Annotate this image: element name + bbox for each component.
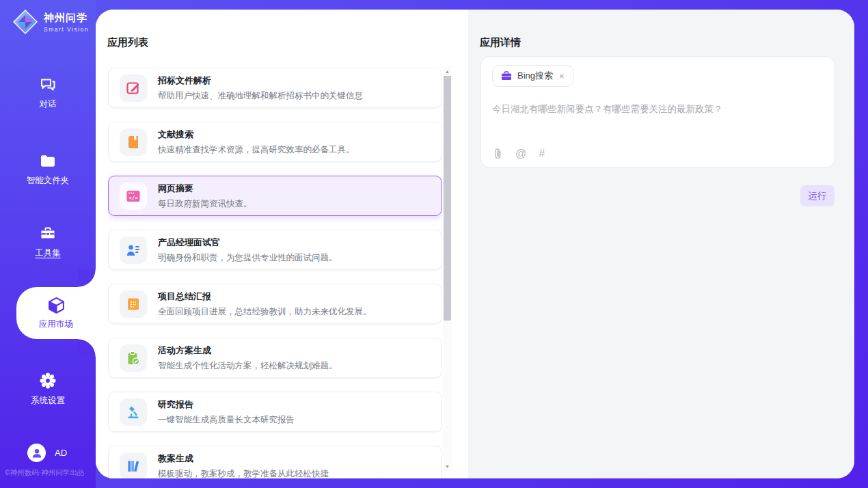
avatar [27, 444, 46, 462]
brand-subtitle: Smart Vision [44, 26, 89, 33]
hash-icon[interactable]: # [539, 148, 545, 159]
app-card-text: 文献搜索 快速精准查找学术资源，提高研究效率的必备工具。 [158, 128, 355, 156]
app-card-desc: 每日政府新闻资讯快查。 [158, 198, 252, 210]
sidebar-item-label: 智能文件夹 [27, 175, 70, 187]
app-list-panel: 应用列表 招标文件解析 帮助用户快速、准确地理解和解析招标书中的关键信息 文献搜… [96, 10, 468, 478]
app-card-6[interactable]: 研究报告 一键智能生成高质量长文本研究报告 [108, 392, 442, 432]
sidebar-item-label: 应用市场 [39, 318, 73, 330]
ic-books-icon [120, 452, 147, 479]
ic-book-icon [120, 128, 147, 156]
sidebar-item-settings[interactable]: 系统设置 [0, 372, 96, 407]
chat-icon [39, 75, 57, 93]
app-card-4[interactable]: 项目总结汇报 全面回顾项目进展，总结经验教训，助力未来优化发展。 [108, 284, 442, 324]
folder-icon [39, 152, 57, 170]
close-icon[interactable]: × [559, 71, 565, 81]
app-card-desc: 全面回顾项目进展，总结经验教训，助力未来优化发展。 [158, 306, 372, 318]
app-card-1[interactable]: 文献搜索 快速精准查找学术资源，提高研究效率的必备工具。 [108, 122, 442, 162]
main-content: 应用列表 招标文件解析 帮助用户快速、准确地理解和解析招标书中的关键信息 文献搜… [96, 10, 854, 478]
bubble-notch-top [78, 269, 96, 287]
paperclip-icon[interactable] [493, 148, 503, 160]
sidebar-item-label: 系统设置 [31, 395, 65, 407]
user-account[interactable]: AD [27, 444, 67, 462]
app-card-desc: 快速精准查找学术资源，提高研究效率的必备工具。 [158, 144, 355, 156]
app-card-title: 网页摘要 [158, 182, 252, 195]
query-input-card: Bing搜索 × 今日湖北有哪些新闻要点？有哪些需要关注的最新政策？ @ # [480, 56, 835, 168]
sidebar-item-label: 对话 [40, 98, 57, 110]
app-card-text: 教案生成 模板驱动，教案秒成，教学准备从此轻松快捷 [158, 452, 329, 479]
sidebar-item-toolset[interactable]: 工具集 [0, 224, 96, 259]
toolbox-icon [39, 224, 57, 242]
cube-icon [47, 296, 66, 314]
app-card-title: 活动方案生成 [158, 344, 338, 357]
ic-interview-icon [120, 236, 147, 264]
app-card-text: 网页摘要 每日政府新闻资讯快查。 [158, 182, 252, 210]
scroll-down-icon[interactable]: ▼ [443, 461, 452, 471]
app-card-list: 招标文件解析 帮助用户快速、准确地理解和解析招标书中的关键信息 文献搜索 快速精… [108, 68, 442, 478]
app-window: 神州问学 Smart Vision 对话 智能文件夹 工具集 应用市场 系统设置 [0, 0, 868, 488]
copyright-footer: ©神州数码·神州问学出品 [5, 468, 84, 478]
app-card-3[interactable]: 产品经理面试官 明确身份和职责，为您提供专业性的面试问题。 [108, 230, 442, 270]
bubble-notch-bottom [78, 339, 96, 357]
app-card-2[interactable]: 网页摘要 每日政府新闻资讯快查。 [108, 176, 442, 216]
user-name: AD [55, 448, 67, 458]
brand-logo: 神州问学 Smart Vision [12, 9, 89, 35]
app-card-title: 产品经理面试官 [158, 236, 338, 249]
app-detail-title: 应用详情 [480, 36, 521, 49]
sidebar-item-label: 工具集 [35, 247, 61, 259]
app-card-desc: 明确身份和职责，为您提供专业性的面试问题。 [158, 252, 338, 264]
sidebar-item-smart-folder[interactable]: 智能文件夹 [0, 152, 96, 187]
app-card-0[interactable]: 招标文件解析 帮助用户快速、准确地理解和解析招标书中的关键信息 [108, 68, 442, 108]
app-card-desc: 一键智能生成高质量长文本研究报告 [158, 414, 295, 426]
app-card-7[interactable]: 教案生成 模板驱动，教案秒成，教学准备从此轻松快捷 [108, 446, 442, 478]
ic-webpage-icon [120, 182, 147, 210]
attachment-toolbar: @ # [493, 148, 545, 160]
ic-tender-icon [120, 74, 147, 102]
app-card-title: 教案生成 [158, 452, 329, 465]
app-card-text: 项目总结汇报 全面回顾项目进展，总结经验教训，助力未来优化发展。 [158, 290, 372, 318]
tool-chip-bing-search[interactable]: Bing搜索 × [492, 65, 573, 87]
brand-diamond-icon [12, 9, 38, 35]
sidebar-item-chat[interactable]: 对话 [0, 75, 96, 110]
query-text-input[interactable]: 今日湖北有哪些新闻要点？有哪些需要关注的最新政策？ [492, 103, 824, 116]
run-button[interactable]: 运行 [800, 185, 835, 206]
app-card-text: 产品经理面试官 明确身份和职责，为您提供专业性的面试问题。 [158, 236, 338, 264]
list-scrollbar[interactable]: ▲ ▼ [443, 66, 452, 471]
ic-notepad-icon [120, 290, 147, 318]
ic-microscope-icon [120, 398, 147, 426]
app-list-title: 应用列表 [107, 36, 148, 49]
app-detail-panel: 应用详情 Bing搜索 × 今日湖北有哪些新闻要点？有哪些需要关注的最新政策？ … [468, 10, 854, 478]
gear-icon [39, 372, 57, 390]
app-card-desc: 帮助用户快速、准确地理解和解析招标书中的关键信息 [158, 90, 363, 102]
app-card-title: 研究报告 [158, 398, 295, 411]
app-card-desc: 智能生成个性化活动方案，轻松解决规划难题。 [158, 360, 338, 372]
scrollbar-thumb[interactable] [444, 76, 451, 321]
ic-clipboard-icon [120, 344, 147, 372]
scroll-up-icon[interactable]: ▲ [443, 66, 452, 76]
app-card-desc: 模板驱动，教案秒成，教学准备从此轻松快捷 [158, 468, 329, 479]
app-card-title: 文献搜索 [158, 128, 355, 141]
app-card-text: 招标文件解析 帮助用户快速、准确地理解和解析招标书中的关键信息 [158, 74, 363, 102]
briefcase-icon [501, 70, 512, 81]
app-card-5[interactable]: 活动方案生成 智能生成个性化活动方案，轻松解决规划难题。 [108, 338, 442, 378]
tool-chip-label: Bing搜索 [517, 70, 553, 82]
app-card-title: 招标文件解析 [158, 74, 363, 87]
at-icon[interactable]: @ [515, 148, 526, 159]
sidebar: 神州问学 Smart Vision 对话 智能文件夹 工具集 应用市场 系统设置 [0, 0, 96, 488]
app-card-title: 项目总结汇报 [158, 290, 372, 303]
sidebar-item-app-market[interactable]: 应用市场 [16, 287, 96, 339]
app-card-text: 研究报告 一键智能生成高质量长文本研究报告 [158, 398, 295, 426]
brand-name: 神州问学 [44, 12, 89, 25]
person-icon [30, 446, 44, 460]
app-card-text: 活动方案生成 智能生成个性化活动方案，轻松解决规划难题。 [158, 344, 338, 372]
